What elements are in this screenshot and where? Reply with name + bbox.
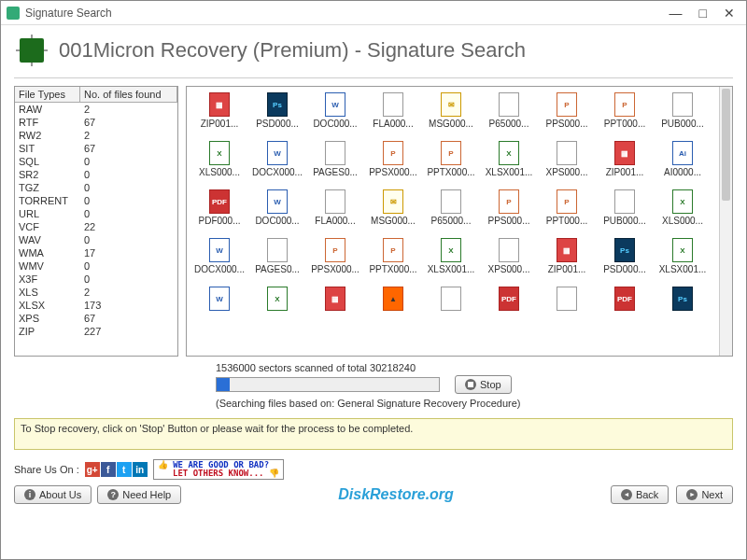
scrollbar[interactable] xyxy=(719,87,732,356)
file-item[interactable]: XXLS000... xyxy=(654,189,712,238)
file-item[interactable] xyxy=(422,287,480,335)
file-grid-panel: ▦ZIP001...PsPSD000...WDOC000...FLA000...… xyxy=(186,86,733,357)
table-row[interactable]: XPS67 xyxy=(15,312,177,325)
divider xyxy=(14,77,733,78)
table-row[interactable]: URL0 xyxy=(15,207,177,220)
table-row[interactable]: X3F0 xyxy=(15,273,177,286)
file-item[interactable]: XPS000... xyxy=(538,141,596,189)
file-icon: X xyxy=(441,238,461,262)
share-label: Share Us On : xyxy=(14,464,79,475)
file-item[interactable]: PPPSX000... xyxy=(306,238,364,287)
file-item[interactable]: FLA000... xyxy=(306,189,364,238)
window-title: Signature Search xyxy=(25,7,669,20)
stop-button[interactable]: Stop xyxy=(455,375,512,394)
file-item[interactable]: PPPSX000... xyxy=(364,141,422,189)
file-item[interactable]: PPPT000... xyxy=(596,92,654,141)
file-icon: ▦ xyxy=(325,287,345,311)
col-file-types[interactable]: File Types xyxy=(15,87,80,102)
file-item[interactable]: WDOCX000... xyxy=(248,141,306,189)
file-item[interactable]: FLA000... xyxy=(364,92,422,141)
help-icon xyxy=(107,489,119,500)
googleplus-icon[interactable]: g+ xyxy=(85,462,100,477)
file-item[interactable]: XPS000... xyxy=(480,238,538,287)
table-row[interactable]: XLS2 xyxy=(15,286,177,299)
file-item[interactable]: ▦ xyxy=(306,287,364,335)
file-item[interactable]: PPPS000... xyxy=(538,92,596,141)
file-item[interactable]: WDOC000... xyxy=(306,92,364,141)
file-item[interactable]: ▲ xyxy=(364,287,422,335)
back-button[interactable]: Back xyxy=(611,485,669,504)
file-item[interactable]: WDOC000... xyxy=(248,189,306,238)
stop-icon xyxy=(465,379,476,390)
table-header[interactable]: File Types No. of files found xyxy=(15,87,177,103)
table-row[interactable]: WMV0 xyxy=(15,259,177,273)
table-row[interactable]: WMA17 xyxy=(15,246,177,259)
close-button[interactable]: ✕ xyxy=(724,6,735,21)
file-item[interactable]: ▦ZIP001... xyxy=(596,141,654,189)
table-row[interactable]: RW22 xyxy=(15,129,177,142)
file-item[interactable]: PAGES0... xyxy=(306,141,364,189)
file-item[interactable]: P65000... xyxy=(422,189,480,238)
review-button[interactable]: 👍 WE ARE GOOD OR BAD? LET OTHERS KNOW...… xyxy=(153,459,284,480)
file-icon xyxy=(267,238,288,262)
file-item[interactable]: PUB000... xyxy=(596,189,654,238)
file-label: DOC000... xyxy=(308,119,362,129)
file-item[interactable]: W xyxy=(190,287,248,335)
file-item[interactable]: PAGES0... xyxy=(248,238,306,287)
file-item[interactable]: XXLSX001... xyxy=(480,141,538,189)
twitter-icon[interactable]: t xyxy=(117,462,132,477)
file-item[interactable]: PDF xyxy=(596,287,654,335)
file-item[interactable]: P65000... xyxy=(480,92,538,141)
file-label: XLSX001... xyxy=(482,167,536,177)
table-row[interactable]: SIT67 xyxy=(15,142,177,155)
file-item[interactable]: ▦ZIP001... xyxy=(190,92,248,141)
file-item[interactable]: X xyxy=(248,287,306,335)
next-button[interactable]: Next xyxy=(676,485,733,504)
file-item[interactable]: PPPS000... xyxy=(480,189,538,238)
file-item[interactable]: ✉MSG000... xyxy=(422,92,480,141)
table-row[interactable]: ZIP227 xyxy=(15,325,177,338)
table-row[interactable]: SQL0 xyxy=(15,155,177,168)
file-item[interactable]: XXLSX001... xyxy=(422,238,480,287)
file-item[interactable]: PDF xyxy=(480,287,538,335)
col-files-found[interactable]: No. of files found xyxy=(80,87,177,102)
file-item[interactable]: PPPTX000... xyxy=(364,238,422,287)
table-row[interactable]: TGZ0 xyxy=(15,181,177,194)
maximize-button[interactable]: □ xyxy=(699,6,707,21)
file-item[interactable]: PsPSD000... xyxy=(248,92,306,141)
file-icon xyxy=(557,287,577,311)
file-item[interactable]: PsPSD000... xyxy=(596,238,654,287)
file-label: DOC000... xyxy=(250,216,304,226)
file-item[interactable] xyxy=(538,287,596,335)
table-row[interactable]: TORRENT0 xyxy=(15,194,177,207)
table-row[interactable]: RAW2 xyxy=(15,103,177,116)
file-item[interactable]: ▦ZIP001... xyxy=(538,238,596,287)
file-item[interactable]: XXLSX001... xyxy=(654,238,712,287)
table-row[interactable]: RTF67 xyxy=(15,116,177,129)
file-item[interactable]: PDFPDF000... xyxy=(190,189,248,238)
file-item[interactable]: PUB000... xyxy=(654,92,712,141)
facebook-icon[interactable]: f xyxy=(101,462,116,477)
linkedin-icon[interactable]: in xyxy=(133,462,148,477)
file-icon: P xyxy=(383,238,403,262)
file-item[interactable]: ✉MSG000... xyxy=(364,189,422,238)
file-item[interactable]: AiAI0000... xyxy=(654,141,712,189)
file-item[interactable]: WDOCX000... xyxy=(190,238,248,287)
file-item[interactable]: Ps xyxy=(654,287,712,335)
minimize-button[interactable]: — xyxy=(669,6,683,21)
about-button[interactable]: About Us xyxy=(14,485,92,504)
table-row[interactable]: SR20 xyxy=(15,168,177,181)
file-label: PPSX000... xyxy=(308,264,362,274)
table-row[interactable]: VCF22 xyxy=(15,220,177,233)
scrollbar-thumb[interactable] xyxy=(722,89,730,201)
file-icon: Ai xyxy=(672,141,693,165)
file-item[interactable]: PPPTX000... xyxy=(422,141,480,189)
table-row[interactable]: XLSX173 xyxy=(15,299,177,312)
file-icon xyxy=(325,189,345,214)
table-row[interactable]: WAV0 xyxy=(15,233,177,246)
file-label: PPS000... xyxy=(540,119,594,129)
help-button[interactable]: Need Help xyxy=(97,485,181,504)
file-icon xyxy=(499,238,519,262)
file-item[interactable]: XXLS000... xyxy=(190,141,248,189)
file-item[interactable]: PPPT000... xyxy=(538,189,596,238)
